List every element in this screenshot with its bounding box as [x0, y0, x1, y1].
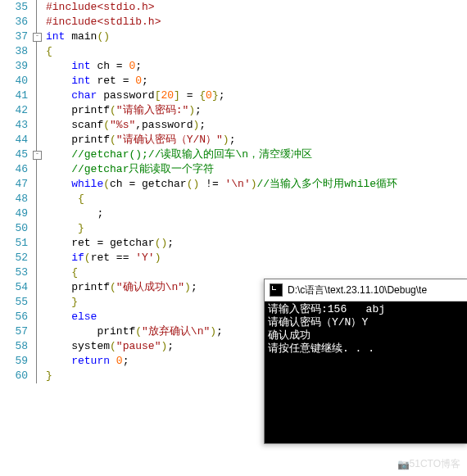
line-number: 44: [0, 133, 28, 147]
line-number: 48: [0, 192, 28, 206]
preproc: #include: [46, 1, 97, 13]
fold-box-comment[interactable]: -: [33, 151, 42, 160]
line-number: 45: [0, 147, 28, 162]
line-number-gutter: 3536373839404142434445464748495051525354…: [0, 0, 31, 476]
line-number: 58: [0, 339, 28, 354]
line-number: 37: [0, 29, 28, 44]
line-number: 52: [0, 251, 28, 265]
line-number: 59: [0, 354, 28, 369]
console-window[interactable]: D:\c语言\text.23.11.10\Debug\te 请输入密码:156 …: [264, 279, 467, 444]
line-number: 51: [0, 236, 28, 251]
fold-column: - -: [31, 0, 43, 476]
line-number: 60: [0, 369, 28, 383]
line-number: 54: [0, 280, 28, 295]
line-number: 55: [0, 295, 28, 310]
line-number: 43: [0, 118, 28, 133]
console-title-text: D:\c语言\text.23.11.10\Debug\te: [288, 283, 427, 297]
line-number: 38: [0, 44, 28, 59]
line-number: 50: [0, 221, 28, 236]
line-number: 39: [0, 59, 28, 74]
line-number: 56: [0, 310, 28, 324]
header: <stdio.h>: [97, 1, 154, 13]
console-titlebar[interactable]: D:\c语言\text.23.11.10\Debug\te: [265, 279, 467, 301]
line-number: 49: [0, 206, 28, 221]
line-number: 57: [0, 324, 28, 339]
line-number: 53: [0, 265, 28, 280]
line-number: 46: [0, 162, 28, 177]
watermark-text: 📷51CTO博客: [397, 457, 460, 471]
console-icon: [270, 283, 283, 297]
line-number: 42: [0, 103, 28, 118]
line-number: 40: [0, 74, 28, 88]
line-number: 41: [0, 88, 28, 103]
line-number: 35: [0, 0, 28, 15]
console-output: 请输入密码:156 abj 请确认密码（Y/N）Y 确认成功 请按任意键继续. …: [265, 301, 467, 357]
line-number: 47: [0, 177, 28, 192]
line-number: 36: [0, 15, 28, 29]
fold-box-main[interactable]: -: [33, 33, 42, 42]
